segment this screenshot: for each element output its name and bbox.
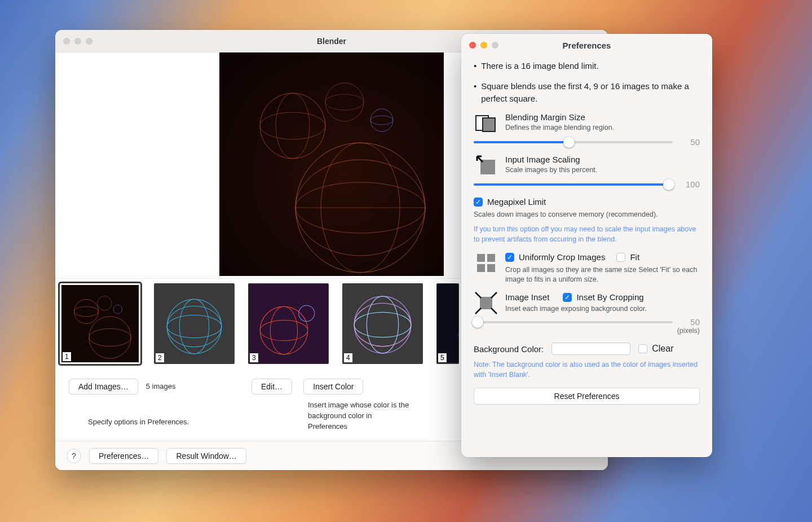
bullet-icon: [474, 60, 476, 72]
slider-thumb-icon[interactable]: [563, 137, 575, 148]
thumbnail-4[interactable]: 4: [342, 283, 423, 364]
svg-rect-38: [483, 118, 495, 131]
svg-rect-44: [480, 297, 492, 309]
add-images-button[interactable]: Add Images…: [69, 379, 138, 394]
fit-checkbox[interactable]: [616, 253, 625, 262]
crop-icon: [474, 252, 498, 274]
svg-rect-43: [487, 264, 495, 272]
insert-hint: Insert image whose color is the backgrou…: [308, 400, 412, 432]
margin-icon: [474, 112, 498, 134]
insert-color-button[interactable]: Insert Color: [303, 379, 363, 394]
maximize-icon[interactable]: [492, 42, 498, 49]
scaling-value: 100: [679, 179, 700, 189]
svg-point-8: [325, 83, 364, 121]
maximize-icon[interactable]: [86, 38, 92, 45]
slider-thumb-icon[interactable]: [472, 317, 483, 328]
fit-label: Fit: [630, 252, 639, 262]
reset-preferences-button[interactable]: Reset Preferences: [474, 388, 700, 405]
preview-image: [219, 52, 444, 276]
traffic-lights-main: [63, 38, 92, 45]
svg-rect-34: [437, 284, 458, 363]
svg-line-46: [491, 292, 497, 298]
bg-color-swatch[interactable]: [551, 343, 630, 355]
scaling-title: Input Image Scaling: [505, 155, 700, 164]
margin-value: 50: [679, 137, 700, 147]
bg-note: Note: The background color is also used …: [474, 359, 700, 380]
svg-rect-40: [477, 254, 485, 262]
svg-point-11: [370, 116, 393, 125]
bullet-icon: [474, 80, 476, 105]
crop-label: Uniformly Crop Images: [519, 252, 605, 262]
svg-rect-19: [155, 284, 234, 363]
preferences-button[interactable]: Preferences…: [89, 448, 158, 464]
thumbnail-3[interactable]: 3: [248, 283, 329, 364]
thumb-number: 1: [63, 352, 71, 361]
close-icon[interactable]: [469, 42, 476, 49]
thumb-number: 2: [156, 353, 164, 362]
scaling-icon: [474, 155, 498, 176]
inset-crop-checkbox[interactable]: [563, 293, 572, 302]
thumbnail-5[interactable]: 5: [436, 283, 459, 364]
info-bullet: Square blends use the first 4, 9 or 16 i…: [474, 80, 700, 105]
close-icon[interactable]: [63, 38, 70, 45]
prefs-title: Preferences: [461, 41, 712, 50]
megapixel-warning: If you turn this option off you may need…: [474, 224, 700, 244]
inset-value: 50: [679, 317, 700, 327]
inset-title: Image Inset: [505, 292, 549, 302]
inset-desc: Inset each image exposing background col…: [505, 304, 700, 314]
result-window-button[interactable]: Result Window…: [166, 448, 246, 464]
bg-clear-label: Clear: [652, 344, 673, 354]
svg-point-6: [260, 112, 325, 139]
thumb-number: 4: [344, 353, 352, 362]
margin-desc: Defines the image blending region.: [505, 123, 700, 133]
preview-wireframe-icon: [219, 52, 444, 276]
megapixel-desc: Scales down images to conserve memory (r…: [474, 210, 700, 220]
megapixel-label: Megapixel Limit: [487, 197, 546, 207]
inset-crop-label: Inset By Cropping: [576, 292, 643, 302]
bg-label: Background Color:: [474, 344, 544, 354]
svg-point-7: [276, 93, 310, 159]
edit-button[interactable]: Edit…: [251, 379, 292, 394]
inset-unit: (pixels): [474, 327, 700, 335]
traffic-lights-prefs: [469, 42, 498, 49]
thumb-number: 3: [250, 353, 258, 362]
scaling-slider[interactable]: [474, 183, 673, 186]
megapixel-checkbox[interactable]: [474, 198, 483, 207]
crop-checkbox[interactable]: [505, 253, 514, 262]
svg-rect-29: [343, 284, 422, 363]
svg-rect-12: [61, 285, 139, 362]
svg-line-45: [475, 292, 481, 298]
thumbnail-2[interactable]: 2: [154, 283, 235, 364]
crop-desc: Crop all images so they are the same siz…: [505, 265, 700, 284]
minimize-icon[interactable]: [480, 42, 487, 49]
margin-title: Blending Margin Size: [505, 112, 700, 122]
margin-slider[interactable]: [474, 141, 673, 143]
svg-line-47: [475, 308, 481, 314]
thumb-number: 5: [438, 353, 447, 362]
svg-rect-24: [249, 284, 328, 363]
image-count-label: 5 images: [146, 381, 176, 392]
svg-rect-42: [477, 264, 485, 272]
info-bullet: There is a 16 image blend limit.: [474, 60, 700, 72]
preferences-window: Preferences There is a 16 image blend li…: [461, 34, 712, 457]
svg-line-48: [491, 308, 497, 314]
slider-thumb-icon[interactable]: [663, 179, 674, 190]
svg-point-5: [260, 93, 325, 159]
bg-clear-checkbox[interactable]: [638, 344, 647, 353]
specify-hint: Specify options in Preferences.: [88, 417, 229, 428]
minimize-icon[interactable]: [74, 38, 81, 45]
svg-point-9: [325, 94, 364, 110]
inset-icon: [474, 292, 498, 314]
thumbnail-1[interactable]: 1: [60, 283, 140, 364]
scaling-desc: Scale images by this percent.: [505, 165, 700, 175]
svg-rect-41: [487, 254, 495, 262]
help-button[interactable]: ?: [67, 449, 81, 463]
prefs-titlebar[interactable]: Preferences: [461, 34, 712, 56]
svg-point-10: [370, 109, 393, 131]
inset-slider[interactable]: [474, 321, 673, 323]
